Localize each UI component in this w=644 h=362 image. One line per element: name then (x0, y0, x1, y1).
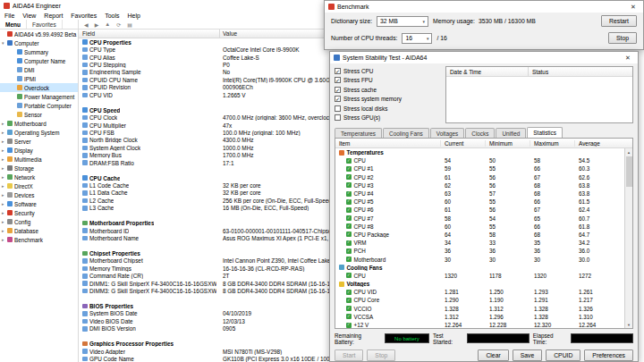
stress-option[interactable]: Stress local disks (335, 104, 440, 114)
action-button[interactable]: CPUID (546, 349, 580, 361)
tree-item[interactable]: Display (0, 146, 78, 155)
stat-row[interactable]: CPU #5 60 55 66 61.5 (335, 198, 632, 206)
tree-item[interactable]: Database (0, 226, 78, 235)
stress-option[interactable]: Stress CPU (335, 66, 440, 76)
checkbox[interactable] (335, 114, 341, 121)
stress-option[interactable]: Stress system memory (335, 95, 440, 105)
tree-item[interactable]: Sensor (0, 110, 78, 119)
tree-item[interactable]: Portable Computer (0, 101, 78, 110)
scroll-up-icon[interactable]: ▲ (627, 148, 631, 156)
tree-item[interactable]: DirectX (0, 181, 78, 190)
tree-item[interactable]: IPMI (0, 74, 78, 83)
log-column-datetime[interactable]: Date & Time (446, 67, 529, 76)
tree-item[interactable]: Operating System (0, 128, 78, 137)
stability-tab[interactable]: Cooling Fans (383, 128, 429, 138)
stop-button[interactable]: Stop (608, 32, 637, 44)
tree-item[interactable]: Software (0, 199, 78, 208)
scrollbar-thumb[interactable] (626, 156, 632, 187)
tree-item[interactable]: Benchmark (0, 235, 78, 244)
tree-item[interactable]: Overclock (0, 83, 78, 92)
tree-item[interactable]: AIDA64 v5.99.4992 Beta (0, 29, 78, 38)
stat-row[interactable]: +12 V 12.264 12.228 12.320 12.264 (335, 321, 632, 328)
menu-item[interactable]: Favorites (71, 13, 97, 19)
stat-col-minimum[interactable]: Minimum (486, 140, 530, 147)
restart-button[interactable]: Restart (601, 15, 637, 27)
tree-item[interactable]: Network (0, 173, 78, 181)
stat-row[interactable]: PCH 36 36 36 36.0 (335, 247, 632, 255)
field-column-header[interactable]: Field (79, 29, 220, 38)
stability-titlebar[interactable]: System Stability Test - AIDA64 (330, 52, 638, 63)
close-icon[interactable] (627, 2, 640, 12)
stat-row[interactable]: Motherboard 30 30 30 30.0 (335, 255, 632, 263)
stat-row[interactable]: CPU VID 1.281 1.250 1.293 1.261 (335, 288, 632, 296)
action-button[interactable]: Preferences (584, 349, 633, 361)
action-button[interactable]: Save (513, 349, 543, 361)
action-button[interactable]: Stop (367, 349, 395, 361)
stress-option[interactable]: Stress FPU (335, 76, 440, 86)
tree-item[interactable]: Multimedia (0, 155, 78, 164)
stat-row[interactable]: CPU #2 61 56 67 62.6 (335, 173, 632, 181)
toolbar-icon[interactable]: ◀ (84, 21, 89, 28)
stat-row[interactable]: Voltages (335, 280, 632, 288)
tree-item[interactable]: Motherboard (0, 119, 78, 128)
menu-item[interactable]: Tools (105, 13, 119, 19)
stat-row[interactable]: CPU #1 59 55 66 60.3 (335, 164, 632, 173)
close-icon[interactable] (622, 53, 634, 63)
stability-tab[interactable]: Temperatures (335, 128, 382, 138)
toolbar-icon[interactable]: ▤ (127, 21, 132, 28)
stress-option[interactable]: Stress GPU(s) (335, 114, 440, 123)
table-scrollbar[interactable]: ▲ ▼ (624, 148, 632, 328)
menu-item[interactable]: Help (127, 13, 140, 19)
stat-row[interactable]: CPU #8 60 55 66 61.8 (335, 223, 632, 231)
tree-item[interactable]: Computer Name (0, 56, 78, 65)
stat-col-average[interactable]: Average (575, 140, 620, 147)
stat-col-maximum[interactable]: Maximum (530, 140, 575, 147)
tree-item[interactable]: Security (0, 208, 78, 217)
stat-row[interactable]: Temperatures (335, 148, 632, 156)
stat-row[interactable]: VCCSA 1.312 1.296 1.328 1.310 (335, 313, 632, 321)
checkbox[interactable] (335, 87, 341, 93)
action-button[interactable]: Start (335, 349, 363, 361)
stat-row[interactable]: CPU 54 50 58 54.5 (335, 156, 632, 164)
checkbox[interactable] (335, 105, 341, 112)
test-log-list[interactable]: Date & Time Status (445, 66, 633, 123)
stress-option[interactable]: Stress cache (335, 85, 440, 95)
stat-row[interactable]: CPU Core 1.290 1.190 1.291 1.217 (335, 296, 632, 304)
stat-row[interactable]: VRM 34 33 35 34.2 (335, 239, 632, 247)
action-button[interactable]: Clear (478, 349, 508, 361)
checkbox[interactable] (335, 77, 341, 83)
stat-row[interactable]: CPU #7 58 54 65 60.7 (335, 215, 632, 223)
menu-item[interactable]: View (22, 13, 36, 19)
benchmark-titlebar[interactable]: Benchmark (325, 1, 643, 13)
sidebar-tab[interactable]: Menu (0, 20, 27, 29)
checkbox[interactable] (335, 68, 341, 74)
tree-item[interactable]: Summary (0, 47, 78, 56)
toolbar-icon[interactable]: ▲ (105, 21, 110, 27)
stability-tab[interactable]: Statistics (527, 127, 563, 138)
tree-item[interactable]: Server (0, 137, 78, 146)
sidebar-tab[interactable]: Favorites (27, 20, 63, 29)
stat-row[interactable]: CPU 1320 1178 1320 1272 (335, 272, 632, 280)
tree-item[interactable]: Devices (0, 190, 78, 199)
toolbar-icon[interactable]: ⟳ (116, 21, 121, 28)
stat-row[interactable]: CPU Package 64 58 68 64.7 (335, 231, 632, 239)
stat-row[interactable]: Cooling Fans (335, 264, 632, 272)
toolbar-icon[interactable]: ▶ (95, 21, 99, 28)
menu-item[interactable]: Report (44, 13, 63, 19)
stat-col-current[interactable]: Current (441, 140, 486, 147)
tree-item[interactable]: Power Management (0, 92, 78, 101)
menu-item[interactable]: File (4, 13, 14, 19)
value-column-header[interactable]: Value (220, 30, 237, 37)
stability-tab[interactable]: Clocks (465, 128, 495, 138)
stability-tab[interactable]: Voltages (430, 128, 465, 138)
checkbox[interactable] (335, 96, 341, 102)
tree-item[interactable]: Config (0, 217, 78, 226)
scroll-down-icon[interactable]: ▼ (627, 321, 631, 328)
tree-item[interactable]: Computer (0, 38, 78, 47)
stability-tab[interactable]: Unified (496, 128, 526, 138)
stat-row[interactable]: CPU #4 63 57 68 63.8 (335, 189, 632, 198)
dictionary-size-select[interactable]: 32 MB (377, 16, 428, 27)
stat-row[interactable]: CPU #3 62 56 68 63.8 (335, 181, 632, 189)
stat-row[interactable]: VCCIO 1.328 1.312 1.328 1.326 (335, 305, 632, 313)
cpu-threads-select[interactable]: 16 (402, 33, 432, 44)
